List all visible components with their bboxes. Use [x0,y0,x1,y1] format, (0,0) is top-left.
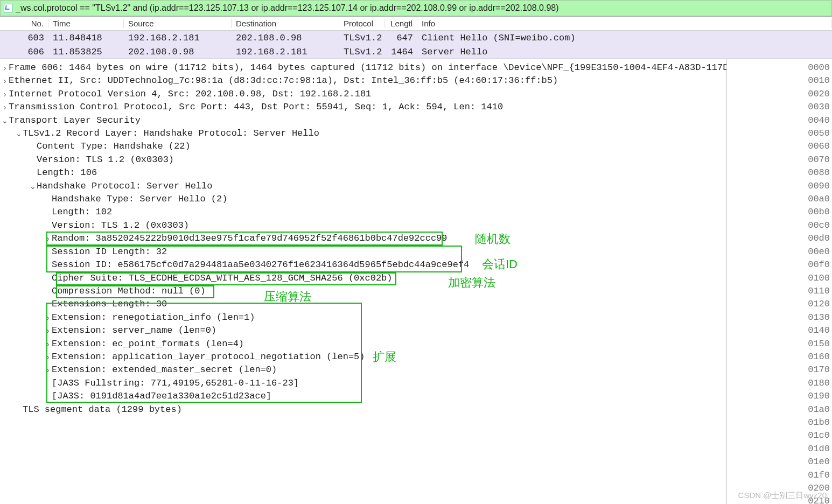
tree-frame[interactable]: ›Frame 606: 1464 bytes on wire (11712 bi… [1,61,726,74]
tree-ext-ec-point[interactable]: ›Extension: ec_point_formats (len=4) [1,338,726,351]
tree-ja3s-full[interactable]: [JA3S Fullstring: 771,49195,65281-0-11-1… [1,377,726,390]
tree-record-layer[interactable]: ⌄TLSv1.2 Record Layer: Handshake Protoco… [1,127,726,140]
cell-len: 1464 [385,47,417,57]
col-info[interactable]: Info [417,19,832,28]
hex-offset: 00e0 [727,246,830,258]
tree-ext-alpn[interactable]: ›Extension: application_layer_protocol_n… [1,351,726,363]
col-time[interactable]: Time [48,19,124,28]
hex-offset: 0090 [727,180,830,193]
cell-info: Server Hello [417,47,832,57]
packet-row[interactable]: 606 11.853825 202.108.0.98 192.168.2.181… [0,45,832,59]
expand-icon[interactable]: › [44,363,52,376]
hex-offset: 0130 [727,311,830,324]
tree-session-id[interactable]: Session ID: e586175cfc0d7a294481aa5e0340… [1,258,726,271]
hex-offset: 00a0 [727,193,830,206]
hex-offset: 0160 [727,351,830,363]
hex-offset: 01f0 [727,469,830,482]
expand-icon[interactable]: › [1,88,9,101]
display-filter-bar[interactable] [0,0,832,16]
hex-offset: 0040 [727,114,830,127]
packet-row[interactable]: 603 11.848418 192.168.2.181 202.108.0.98… [0,31,832,45]
hex-offset: 00c0 [727,219,830,232]
tree-content-type[interactable]: Content Type: Handshake (22) [1,140,726,153]
expand-icon[interactable]: › [44,324,52,337]
tree-cipher-suite[interactable]: Cipher Suite: TLS_ECDHE_ECDSA_WITH_AES_1… [1,272,726,285]
hex-offset: 0070 [727,153,830,166]
expand-icon[interactable]: › [1,74,9,87]
expand-icon[interactable]: › [44,311,52,324]
collapse-icon[interactable]: ⌄ [29,180,37,193]
tree-ext-renegotiation[interactable]: ›Extension: renegotiation_info (len=1) [1,311,726,324]
tree-ip[interactable]: ›Internet Protocol Version 4, Src: 202.1… [1,88,726,101]
expand-icon[interactable]: › [1,61,9,74]
hex-offset: 0170 [727,363,830,376]
annotation-session: 会话ID [482,256,518,272]
cell-dst: 192.168.2.181 [232,47,339,57]
tree-tls[interactable]: ⌄Transport Layer Security [1,114,726,127]
expand-icon[interactable]: › [44,351,52,363]
tree-hs-length[interactable]: Length: 102 [1,206,726,219]
hex-offset: 0100 [727,272,830,285]
annotation-cipher: 加密算法 [448,275,495,291]
cell-info: Client Hello (SNI=weibo.com) [417,33,832,43]
tree-ext-server-name[interactable]: ›Extension: server_name (len=0) [1,324,726,337]
tree-random[interactable]: ›Random: 3a8520245222b9010d13ee975f1cafe… [1,232,726,245]
hex-offset: 0140 [727,324,830,337]
annotation-random: 随机数 [475,231,511,247]
tree-ext-master-secret[interactable]: ›Extension: extended_master_secret (len=… [1,363,726,376]
expand-icon[interactable]: › [44,338,52,351]
packet-details-tree[interactable]: ›Frame 606: 1464 bytes on wire (11712 bi… [0,59,727,504]
cell-prot: TLSv1.2 [339,47,385,57]
tree-hs-type[interactable]: Handshake Type: Server Hello (2) [1,193,726,206]
cell-dst: 202.108.0.98 [232,33,339,43]
hex-offset: 01e0 [727,456,830,468]
annotation-compress: 压缩算法 [264,289,311,305]
cell-no: 603 [0,33,48,43]
hex-offset: 0110 [727,285,830,298]
hex-offset: 01b0 [727,416,830,429]
hex-offset: 01c0 [727,429,830,442]
hex-offset: 0060 [727,140,830,153]
hex-offset: 0190 [727,390,830,403]
cell-time: 11.848418 [48,33,124,43]
hex-offset: 0120 [727,298,830,311]
packet-list-header: No. Time Source Destination Protocol Len… [0,17,832,31]
tree-version[interactable]: Version: TLS 1.2 (0x0303) [1,153,726,166]
col-no[interactable]: No. [0,19,48,28]
cell-time: 11.853825 [48,47,124,57]
annotation-ext: 扩展 [373,349,396,365]
cell-src: 202.108.0.98 [124,47,232,57]
tree-compression[interactable]: Compression Method: null (0) [1,285,726,298]
expand-icon[interactable]: › [1,101,9,114]
col-src[interactable]: Source [124,19,232,28]
cell-len: 647 [385,33,417,43]
collapse-icon[interactable]: ⌄ [15,127,23,140]
hex-offset: 01d0 [727,443,830,456]
hex-offset: 0180 [727,377,830,390]
packet-list: No. Time Source Destination Protocol Len… [0,16,832,59]
hex-offset: 0030 [727,101,830,114]
tree-handshake[interactable]: ⌄Handshake Protocol: Server Hello [1,180,726,193]
hex-offset: 0150 [727,338,830,351]
hex-offset: 00f0 [727,258,830,271]
packet-bytes-pane[interactable]: 0000 0010 0020 0030 0040 0050 0060 0070 … [727,59,832,504]
expand-icon[interactable]: › [44,232,52,245]
hex-offset: 01a0 [727,403,830,416]
tree-extensions-length[interactable]: Extensions Length: 30 [1,298,726,311]
col-len[interactable]: Lengtl [385,19,417,28]
tree-tls-segment[interactable]: TLS segment data (1299 bytes) [1,403,726,416]
hex-offset: 0020 [727,88,830,101]
tree-ethernet[interactable]: ›Ethernet II, Src: UDDTechnolog_7c:98:1a… [1,74,726,87]
tree-hs-version[interactable]: Version: TLS 1.2 (0x0303) [1,219,726,232]
col-dst[interactable]: Destination [232,19,339,28]
tree-session-id-length[interactable]: Session ID Length: 32 [1,246,726,258]
cell-prot: TLSv1.2 [339,33,385,43]
col-prot[interactable]: Protocol [339,19,385,28]
filter-input[interactable] [16,3,828,13]
tree-length[interactable]: Length: 106 [1,166,726,179]
collapse-icon[interactable]: ⌄ [1,114,9,127]
hex-offset: 0000 [727,61,830,74]
tree-ja3s[interactable]: [JA3S: 0191d81a4ad7ee1a330a1e2c51d23ace] [1,390,726,403]
tree-tcp[interactable]: ›Transmission Control Protocol, Src Port… [1,101,726,114]
bookmark-icon[interactable] [4,4,12,12]
